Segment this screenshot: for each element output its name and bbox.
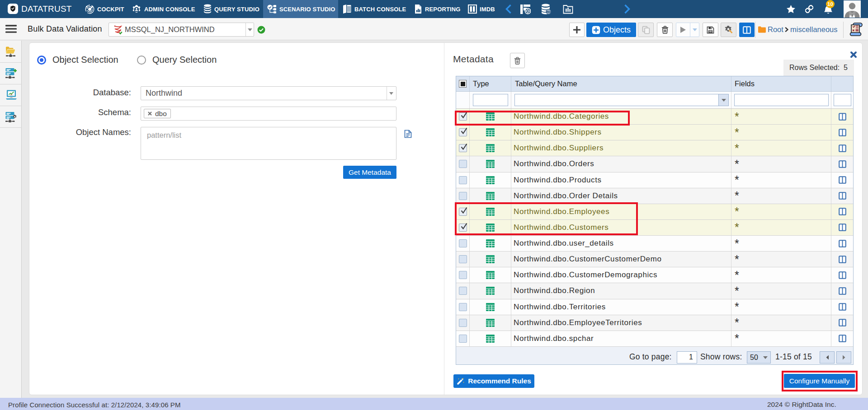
svg-text:RD: RD — [546, 10, 551, 14]
